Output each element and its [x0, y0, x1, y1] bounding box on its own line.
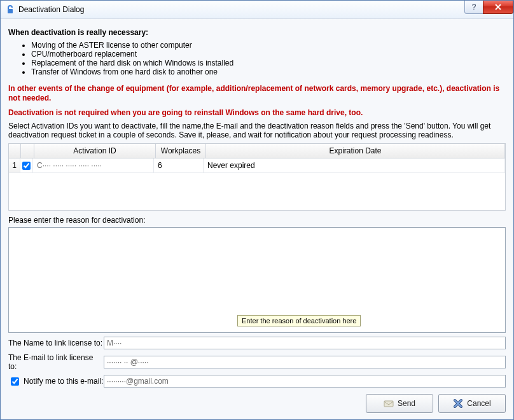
table-header: Activation ID Workplaces Expiration Date [9, 144, 505, 158]
row-notify: Notify me to this e-mail: [8, 375, 506, 388]
svg-rect-0 [8, 9, 13, 13]
window-buttons: ? [465, 1, 513, 18]
row-email: The E-mail to link license to: [8, 353, 506, 371]
cell-expiration: Never expired [204, 158, 505, 172]
cell-workplaces: 6 [154, 158, 204, 172]
row-number: 1 [9, 158, 20, 172]
notify-label: Notify me to this e-mail: [8, 375, 104, 388]
window-title: Deactivation Dialog [18, 5, 465, 14]
reason-item: Transfer of Windows from one hard disk t… [31, 67, 506, 76]
warning-text-1: In other events of the change of equipme… [8, 84, 506, 103]
reason-list: Moving of the ASTER license to other com… [31, 41, 506, 76]
cancel-icon [453, 398, 463, 409]
row-name: The Name to link license to: [8, 337, 506, 349]
notify-email-field[interactable] [104, 375, 506, 388]
mail-icon [384, 398, 394, 409]
reason-label: Please enter the reason for deactivation… [8, 216, 506, 225]
name-label: The Name to link license to: [8, 339, 104, 347]
warning-text-2: Deactivation is not required when you ar… [8, 108, 506, 118]
help-icon: ? [472, 3, 476, 11]
notify-checkbox[interactable] [11, 377, 19, 386]
cell-activation-id: C···· ····· ····· ····· ····· [33, 158, 154, 172]
dialog-buttons: Send Cancel [8, 394, 506, 413]
row-checkbox-cell [20, 158, 33, 172]
cancel-button[interactable]: Cancel [438, 394, 506, 413]
email-field[interactable] [104, 356, 506, 368]
col-activation-id[interactable]: Activation ID [34, 144, 156, 158]
notify-label-text: Notify me to this e-mail: [24, 377, 103, 386]
reason-item: Moving of the ASTER license to other com… [31, 41, 506, 50]
reason-container: Enter the reason of deactivation here [8, 227, 506, 333]
heading: When deactivation is really necessary: [8, 28, 506, 37]
cancel-button-label: Cancel [467, 399, 490, 408]
col-checkbox [21, 144, 34, 158]
help-button[interactable]: ? [464, 1, 483, 14]
table-row[interactable]: 1 C···· ····· ····· ····· ····· 6 Never … [9, 158, 505, 173]
col-workplaces[interactable]: Workplaces [156, 144, 206, 158]
svg-rect-1 [384, 401, 393, 407]
send-button[interactable]: Send [366, 394, 433, 413]
dialog-content: When deactivation is really necessary: M… [1, 19, 513, 419]
instructions: Select Activation IDs you want to deacti… [8, 122, 506, 139]
col-rownum [9, 144, 21, 158]
activation-table: Activation ID Workplaces Expiration Date… [8, 143, 506, 211]
close-button[interactable] [483, 1, 513, 14]
close-icon [494, 4, 502, 10]
row-checkbox[interactable] [22, 162, 31, 170]
send-button-label: Send [398, 399, 415, 408]
titlebar[interactable]: Deactivation Dialog ? [1, 1, 513, 19]
reason-item: Replacement of the hard disk on which Wi… [31, 59, 506, 67]
email-label: The E-mail to link license to: [8, 353, 104, 371]
reason-tooltip: Enter the reason of deactivation here [237, 315, 361, 326]
deactivation-dialog-window: Deactivation Dialog ? When deactivation … [0, 0, 514, 420]
name-field[interactable] [104, 337, 506, 349]
app-icon [4, 4, 15, 15]
reason-item: CPU/motherboard replacement [31, 50, 506, 59]
col-expiration[interactable]: Expiration Date [206, 144, 505, 158]
